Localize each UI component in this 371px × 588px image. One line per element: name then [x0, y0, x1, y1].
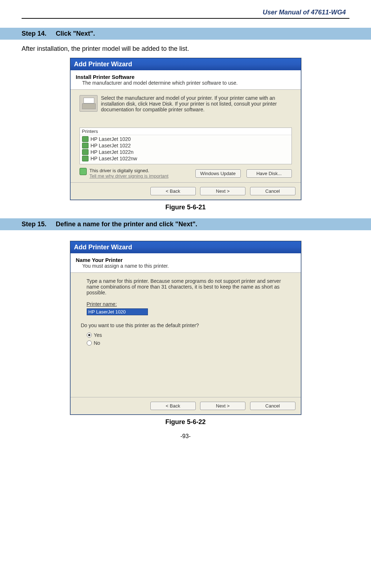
step15-title: Define a name for the printer and click …: [56, 220, 197, 228]
page-header: User Manual of 47611-WG4: [22, 7, 349, 16]
default-printer-question: Do you want to use this printer as the d…: [80, 322, 292, 328]
wizard1-header: Install Printer Software The manufacture…: [71, 70, 301, 90]
step14-bar: Step 14. Click "Next".: [0, 28, 371, 40]
wizard1-header-title: Install Printer Software: [76, 74, 295, 80]
wizard-install-printer: Add Printer Wizard Install Printer Softw…: [70, 58, 301, 200]
wizard2-footer: < Back Next > Cancel: [71, 397, 301, 414]
windows-update-button[interactable]: Windows Update: [195, 169, 241, 178]
wizard2-header-title: Name Your Printer: [76, 257, 295, 263]
printer-item-icon: [82, 156, 89, 161]
radio-yes-icon[interactable]: [87, 333, 92, 338]
next-button[interactable]: Next >: [200, 402, 245, 410]
wizard1-instruction: Select the manufacturer and model of you…: [101, 95, 292, 112]
printer-item-icon: [82, 136, 89, 142]
wizard2-instruction: Type a name for this printer. Because so…: [80, 278, 292, 301]
signed-icon: [80, 168, 87, 175]
cancel-button[interactable]: Cancel: [250, 187, 295, 195]
wizard1-footer: < Back Next > Cancel: [71, 182, 301, 200]
wizard2-header-subtitle: You must assign a name to this printer.: [76, 263, 295, 269]
page-number: -93-: [22, 433, 349, 440]
step14-title: Click "Next".: [56, 30, 95, 37]
printer-item-label: HP LaserJet 1022: [91, 143, 131, 148]
list-item[interactable]: HP LaserJet 1022nw: [82, 155, 289, 162]
figure-5-6-21-caption: Figure 5-6-21: [22, 204, 349, 211]
cancel-button[interactable]: Cancel: [250, 402, 295, 410]
have-disk-button[interactable]: Have Disk...: [246, 169, 292, 178]
radio-no-icon[interactable]: [87, 340, 92, 346]
step15-number: Step 15.: [22, 220, 54, 228]
printer-item-label: HP LaserJet 1022nw: [91, 156, 137, 161]
driver-signing-link[interactable]: Tell me why driver signing is important: [90, 173, 169, 179]
wizard1-body: Select the manufacturer and model of you…: [71, 90, 301, 182]
printer-icon: [80, 95, 98, 112]
printer-item-label: HP LaserJet 1020: [91, 136, 131, 142]
radio-no-label: No: [94, 340, 100, 346]
radio-no-row[interactable]: No: [87, 339, 292, 347]
back-button[interactable]: < Back: [150, 402, 196, 410]
printer-item-icon: [82, 143, 89, 148]
wizard1-titlebar: Add Printer Wizard: [71, 58, 301, 70]
step15-bar: Step 15. Define a name for the printer a…: [0, 218, 371, 230]
printer-item-label: HP LaserJet 1022n: [91, 149, 134, 155]
driver-signed-text: This driver is digitally signed.: [90, 168, 169, 173]
list-item[interactable]: HP LaserJet 1020: [82, 136, 289, 142]
wizard-name-printer: Add Printer Wizard Name Your Printer You…: [70, 241, 301, 415]
list-item[interactable]: HP LaserJet 1022n: [82, 149, 289, 155]
header-rule: [22, 18, 349, 19]
step14-number: Step 14.: [22, 30, 54, 37]
radio-yes-row[interactable]: Yes: [87, 331, 292, 339]
printers-panel-header: Printers: [80, 128, 291, 135]
wizard2-body: Type a name for this printer. Because so…: [71, 273, 301, 397]
step14-body-text: After installation, the printer model wi…: [22, 45, 349, 53]
wizard2-titlebar: Add Printer Wizard: [71, 241, 301, 253]
printer-name-label: Printer name:: [87, 301, 292, 307]
next-button[interactable]: Next >: [200, 187, 245, 195]
printers-panel: Printers HP LaserJet 1020 HP LaserJet 10…: [80, 128, 292, 164]
wizard2-header: Name Your Printer You must assign a name…: [71, 253, 301, 273]
printer-name-input[interactable]: HP LaserJet 1020: [87, 308, 148, 315]
list-item[interactable]: HP LaserJet 1022: [82, 142, 289, 149]
wizard1-header-subtitle: The manufacturer and model determine whi…: [76, 80, 295, 86]
radio-yes-label: Yes: [94, 332, 102, 338]
back-button[interactable]: < Back: [150, 187, 196, 195]
figure-5-6-22-caption: Figure 5-6-22: [22, 418, 349, 426]
printer-item-icon: [82, 149, 89, 155]
